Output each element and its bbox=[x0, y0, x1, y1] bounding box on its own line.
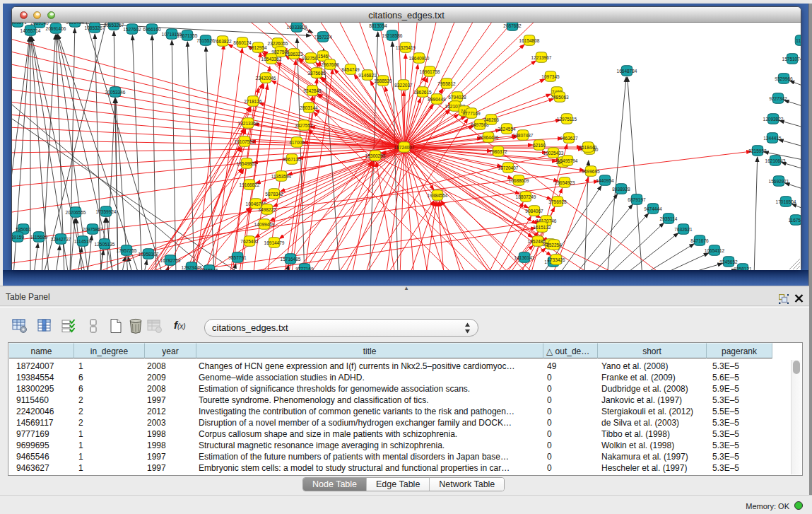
svg-text:12505135: 12505135 bbox=[95, 242, 115, 247]
svg-text:8990448: 8990448 bbox=[428, 97, 446, 102]
svg-text:11353594: 11353594 bbox=[271, 174, 292, 179]
svg-text:16961758: 16961758 bbox=[420, 69, 440, 74]
svg-text:7515526: 7515526 bbox=[196, 38, 215, 43]
svg-text:8660124: 8660124 bbox=[233, 40, 252, 45]
svg-text:2718126: 2718126 bbox=[244, 99, 262, 104]
svg-text:15751074: 15751074 bbox=[782, 57, 801, 62]
svg-text:1546: 1546 bbox=[318, 54, 329, 59]
svg-text:7955812: 7955812 bbox=[437, 81, 456, 86]
svg-text:9518440: 9518440 bbox=[579, 145, 597, 150]
svg-text:9358121: 9358121 bbox=[734, 267, 752, 271]
svg-text:14055714: 14055714 bbox=[20, 28, 41, 33]
svg-text:1615132: 1615132 bbox=[533, 225, 551, 230]
svg-text:1588520: 1588520 bbox=[374, 78, 392, 83]
svg-text:10853267: 10853267 bbox=[85, 25, 105, 30]
svg-text:18640910: 18640910 bbox=[409, 56, 430, 61]
svg-text:62160: 62160 bbox=[533, 143, 546, 148]
svg-text:10807487: 10807487 bbox=[513, 133, 534, 138]
svg-text:116753: 116753 bbox=[788, 218, 801, 223]
svg-text:14099469: 14099469 bbox=[254, 222, 275, 227]
svg-text:15720407: 15720407 bbox=[498, 165, 519, 170]
svg-text:15716485: 15716485 bbox=[281, 257, 301, 262]
svg-text:2967608: 2967608 bbox=[321, 62, 339, 67]
svg-text:16914479: 16914479 bbox=[264, 240, 285, 245]
svg-text:1405571: 1405571 bbox=[12, 23, 27, 25]
svg-text:1114519: 1114519 bbox=[74, 239, 92, 244]
svg-text:1244415: 1244415 bbox=[763, 136, 782, 141]
svg-text:15692971: 15692971 bbox=[769, 179, 789, 184]
svg-text:17359924: 17359924 bbox=[96, 209, 117, 214]
svg-text:9242848: 9242848 bbox=[303, 88, 322, 93]
svg-text:19218586: 19218586 bbox=[382, 33, 403, 38]
svg-text:10025433: 10025433 bbox=[543, 151, 564, 156]
svg-text:12975115: 12975115 bbox=[557, 117, 577, 122]
svg-text:17957255: 17957255 bbox=[117, 248, 137, 253]
svg-text:12923448: 12923448 bbox=[182, 265, 202, 270]
svg-text:20053346: 20053346 bbox=[105, 90, 126, 95]
svg-text:19384554: 19384554 bbox=[428, 193, 448, 198]
svg-text:20364436: 20364436 bbox=[478, 135, 499, 140]
svg-text:16033809: 16033809 bbox=[287, 25, 307, 30]
svg-text:20975867: 20975867 bbox=[83, 227, 103, 232]
svg-text:1097345: 1097345 bbox=[541, 74, 560, 79]
svg-text:9465546: 9465546 bbox=[200, 268, 218, 271]
svg-text:6966160: 6966160 bbox=[143, 27, 161, 32]
svg-text:1527602: 1527602 bbox=[123, 27, 141, 32]
svg-text:7663822: 7663822 bbox=[213, 39, 232, 44]
svg-text:3756928: 3756928 bbox=[548, 199, 567, 204]
svg-text:9777169: 9777169 bbox=[295, 267, 314, 271]
svg-text:18807249: 18807249 bbox=[516, 194, 536, 199]
svg-text:16782759: 16782759 bbox=[160, 258, 181, 263]
svg-text:12093822: 12093822 bbox=[763, 117, 784, 122]
svg-text:23226055: 23226055 bbox=[268, 41, 288, 46]
svg-text:7485063: 7485063 bbox=[551, 95, 569, 100]
svg-text:746266: 746266 bbox=[483, 117, 499, 122]
svg-text:252254: 252254 bbox=[546, 243, 562, 247]
svg-text:535061: 535061 bbox=[16, 227, 31, 232]
svg-text:17016504: 17016504 bbox=[776, 199, 796, 204]
svg-text:3498222: 3498222 bbox=[258, 207, 276, 212]
svg-text:19166822: 19166822 bbox=[240, 182, 260, 187]
svg-text:8186323: 8186323 bbox=[285, 52, 303, 57]
svg-text:16210643: 16210643 bbox=[765, 158, 786, 163]
svg-text:9146821: 9146821 bbox=[358, 73, 377, 78]
svg-text:8938928: 8938928 bbox=[612, 187, 630, 192]
svg-text:2087682: 2087682 bbox=[503, 23, 522, 28]
svg-text:9084067: 9084067 bbox=[525, 209, 543, 214]
svg-text:8267130: 8267130 bbox=[283, 157, 301, 162]
svg-text:12213967: 12213967 bbox=[531, 55, 552, 60]
svg-text:23420046: 23420046 bbox=[256, 76, 276, 81]
svg-text:6794028: 6794028 bbox=[448, 95, 466, 100]
svg-text:16543362: 16543362 bbox=[261, 57, 282, 62]
svg-text:9857791: 9857791 bbox=[228, 255, 247, 260]
svg-text:7625402: 7625402 bbox=[240, 239, 259, 244]
svg-text:20691406: 20691406 bbox=[46, 26, 66, 31]
svg-text:1112: 1112 bbox=[796, 38, 801, 43]
svg-text:7632621: 7632621 bbox=[674, 227, 693, 232]
svg-text:1440954: 1440954 bbox=[596, 178, 614, 183]
svg-text:9777169: 9777169 bbox=[462, 111, 481, 116]
svg-text:11325419: 11325419 bbox=[396, 45, 416, 50]
svg-text:10958107: 10958107 bbox=[139, 252, 159, 257]
svg-text:3427552: 3427552 bbox=[295, 123, 313, 128]
svg-text:9651404: 9651404 bbox=[66, 23, 84, 25]
svg-text:1733426: 1733426 bbox=[547, 257, 565, 262]
svg-text:10688609: 10688609 bbox=[509, 178, 529, 183]
svg-text:8912954: 8912954 bbox=[249, 45, 267, 50]
svg-text:9699695: 9699695 bbox=[582, 169, 600, 174]
svg-text:16549852: 16549852 bbox=[237, 161, 257, 166]
svg-text:2069140: 2069140 bbox=[30, 23, 49, 25]
svg-text:7357224: 7357224 bbox=[314, 35, 332, 40]
svg-text:16107552: 16107552 bbox=[235, 139, 255, 144]
svg-text:1115689: 1115689 bbox=[30, 235, 48, 240]
svg-text:8454749: 8454749 bbox=[341, 67, 360, 72]
svg-text:9329966: 9329966 bbox=[775, 76, 793, 81]
svg-text:7986372: 7986372 bbox=[489, 149, 507, 154]
svg-text:19654923: 19654923 bbox=[555, 180, 575, 185]
svg-text:9463627: 9463627 bbox=[560, 136, 578, 141]
svg-text:8215958: 8215958 bbox=[748, 148, 767, 153]
svg-text:5878342: 5878342 bbox=[265, 192, 283, 197]
svg-text:16648784: 16648784 bbox=[617, 69, 637, 74]
svg-text:9245652: 9245652 bbox=[719, 259, 738, 264]
svg-text:14136141: 14136141 bbox=[514, 255, 535, 260]
